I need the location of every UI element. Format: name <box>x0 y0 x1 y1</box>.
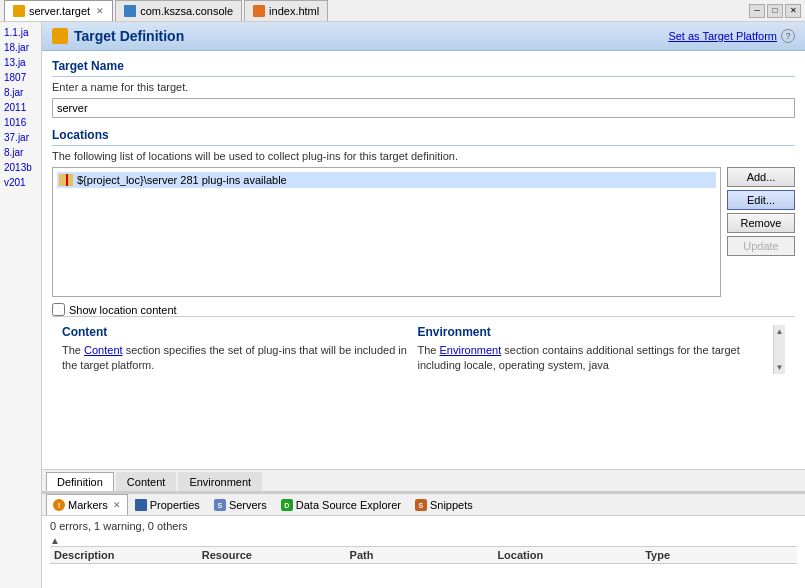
tab-definition[interactable]: Definition <box>46 472 114 491</box>
scroll-up-arrow[interactable]: ▲ <box>776 327 784 336</box>
scroll-down-arrow[interactable]: ▼ <box>776 363 784 372</box>
col-location: Location <box>497 549 645 561</box>
properties-tab-label: Properties <box>150 499 200 511</box>
index-html-tab-icon <box>253 5 265 17</box>
panel-header: Target Definition Set as Target Platform… <box>42 22 805 51</box>
list-item[interactable]: ${project_loc}\server 281 plug-ins avail… <box>57 172 716 188</box>
markers-tab-label: Markers <box>68 499 108 511</box>
sidebar-item-1: 18.jar <box>2 41 39 54</box>
locations-list: ${project_loc}\server 281 plug-ins avail… <box>52 167 721 297</box>
col-resource: Resource <box>202 549 350 561</box>
update-button[interactable]: Update <box>727 236 795 256</box>
locations-section-title: Locations <box>52 128 795 142</box>
com-console-tab-icon <box>124 5 136 17</box>
app-window: server.target ✕ com.kszsa.console index.… <box>0 0 805 588</box>
set-target-platform-link[interactable]: Set as Target Platform <box>668 30 777 42</box>
tab-markers[interactable]: ! Markers ✕ <box>46 494 128 515</box>
servers-tab-label: Servers <box>229 499 267 511</box>
sidebar-item-2: 13.ja <box>2 56 39 69</box>
panel-header-title: Target Definition <box>52 28 184 44</box>
tab-environment[interactable]: Environment <box>178 472 262 491</box>
tab-servers[interactable]: S Servers <box>207 494 274 515</box>
com-console-tab-label: com.kszsa.console <box>140 5 233 17</box>
scroll-indicator: ▲ ▼ <box>773 325 785 374</box>
restore-button[interactable]: □ <box>767 4 783 18</box>
col-description: Description <box>54 549 202 561</box>
panel-body: Target Name Enter a name for this target… <box>42 51 805 469</box>
content-info-title: Content <box>62 325 408 339</box>
window-controls: ─ □ ✕ <box>749 4 801 18</box>
target-name-section: Target Name Enter a name for this target… <box>52 59 795 118</box>
main-area: 1.1.ja 18.jar 13.ja 1807 8.jar 2011 1016… <box>0 22 805 588</box>
snippets-tab-label: Snippets <box>430 499 473 511</box>
editor-tabs: Definition Content Environment <box>42 469 805 492</box>
index-html-tab-label: index.html <box>269 5 319 17</box>
environment-text-1: The <box>418 344 437 356</box>
sidebar-item-9: 2013b <box>2 161 39 174</box>
server-target-tab-icon <box>13 5 25 17</box>
target-name-section-title: Target Name <box>52 59 795 73</box>
locations-desc: The following list of locations will be … <box>52 150 795 162</box>
tab-data-source-explorer[interactable]: D Data Source Explorer <box>274 494 408 515</box>
bottom-info: Content The Content section specifies th… <box>52 316 795 378</box>
column-headers: Description Resource Path Location Type <box>50 546 797 564</box>
close-button[interactable]: ✕ <box>785 4 801 18</box>
server-target-tab-close[interactable]: ✕ <box>96 6 104 16</box>
content-text-1: The <box>62 344 81 356</box>
title-bar: server.target ✕ com.kszsa.console index.… <box>0 0 805 22</box>
target-def-panel: Target Definition Set as Target Platform… <box>42 22 805 493</box>
content-info-text: The Content section specifies the set of… <box>62 343 408 374</box>
environment-info-section: Environment The Environment section cont… <box>418 325 764 374</box>
show-location-label[interactable]: Show location content <box>69 304 177 316</box>
locations-section: Locations The following list of location… <box>52 128 795 316</box>
cursor-line <box>66 174 68 186</box>
bottom-panel-tabs: ! Markers ✕ Properties S Servers <box>42 494 805 516</box>
environment-link[interactable]: Environment <box>440 344 502 356</box>
tab-com-console[interactable]: com.kszsa.console <box>115 0 242 21</box>
panel-header-actions: Set as Target Platform ? <box>668 29 795 43</box>
remove-button[interactable]: Remove <box>727 213 795 233</box>
sidebar-item-3: 1807 <box>2 71 39 84</box>
properties-tab-icon <box>135 499 147 511</box>
target-icon <box>52 28 68 44</box>
content-area: Target Definition Set as Target Platform… <box>42 22 805 588</box>
target-name-desc: Enter a name for this target. <box>52 81 795 93</box>
col-path: Path <box>350 549 498 561</box>
panel-title-text: Target Definition <box>74 28 184 44</box>
tab-snippets[interactable]: S Snippets <box>408 494 480 515</box>
snippets-tab-icon: S <box>415 499 427 511</box>
sidebar-item-5: 2011 <box>2 101 39 114</box>
markers-tab-icon: ! <box>53 499 65 511</box>
markers-tab-close[interactable]: ✕ <box>113 500 121 510</box>
add-button[interactable]: Add... <box>727 167 795 187</box>
location-item-label: ${project_loc}\server 281 plug-ins avail… <box>77 174 287 186</box>
help-icon[interactable]: ? <box>781 29 795 43</box>
tab-server-target[interactable]: server.target ✕ <box>4 0 113 21</box>
status-text: 0 errors, 1 warning, 0 others <box>50 520 797 532</box>
bottom-panel: ! Markers ✕ Properties S Servers <box>42 493 805 588</box>
data-source-tab-icon: D <box>281 499 293 511</box>
tab-content[interactable]: Content <box>116 472 177 491</box>
target-name-input[interactable] <box>52 98 795 118</box>
tab-index-html[interactable]: index.html <box>244 0 328 21</box>
locations-area: ${project_loc}\server 281 plug-ins avail… <box>52 167 795 297</box>
minimize-button[interactable]: ─ <box>749 4 765 18</box>
content-info-section: Content The Content section specifies th… <box>62 325 408 374</box>
show-location-checkbox[interactable] <box>52 303 65 316</box>
server-target-tab-label: server.target <box>29 5 90 17</box>
tab-properties[interactable]: Properties <box>128 494 207 515</box>
environment-info-text: The Environment section contains additio… <box>418 343 764 374</box>
show-location-row: Show location content <box>52 303 795 316</box>
data-source-tab-label: Data Source Explorer <box>296 499 401 511</box>
edit-button[interactable]: Edit... <box>727 190 795 210</box>
sidebar-item-0: 1.1.ja <box>2 26 39 39</box>
sort-indicator: ▲ <box>50 535 797 546</box>
sidebar-item-6: 1016 <box>2 116 39 129</box>
sidebar-item-7: 37.jar <box>2 131 39 144</box>
sidebar: 1.1.ja 18.jar 13.ja 1807 8.jar 2011 1016… <box>0 22 42 588</box>
sidebar-item-8: 8.jar <box>2 146 39 159</box>
content-link[interactable]: Content <box>84 344 123 356</box>
bottom-panel-content: 0 errors, 1 warning, 0 others ▲ Descript… <box>42 516 805 588</box>
locations-buttons: Add... Edit... Remove Update <box>727 167 795 297</box>
sort-arrow: ▲ <box>50 535 60 546</box>
